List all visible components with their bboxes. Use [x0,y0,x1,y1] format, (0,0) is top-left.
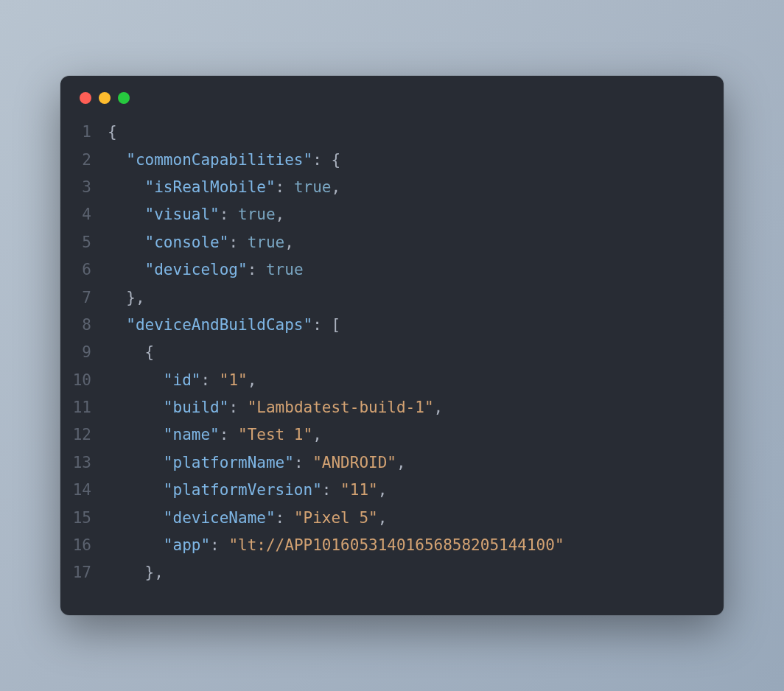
code-token [108,536,164,554]
code-token: : [276,509,294,527]
line-number: 12 [60,421,108,449]
line-content: "name": "Test 1", [108,421,322,449]
window-titlebar [60,76,724,111]
code-token: }, [108,564,164,581]
code-token [108,316,126,334]
code-token: "11" [340,481,378,499]
code-token [108,454,164,471]
code-line: 11 "build": "Lambdatest-build-1", [60,394,703,421]
code-token: "Pixel 5" [294,509,378,527]
code-token: , [378,481,388,499]
code-token: , [248,371,257,389]
code-token: "Lambdatest-build-1" [248,399,434,416]
code-line: 10 "id": "1", [60,367,703,394]
code-line: 2 "commonCapabilities": { [60,147,703,174]
code-token: "console" [145,234,229,251]
line-content: { [108,339,154,366]
code-line: 4 "visual": true, [60,201,703,228]
code-token: : [228,234,247,251]
line-number: 1 [60,119,108,146]
line-content: "app": "lt://APP101605314016568582051441… [108,532,564,559]
code-token [108,399,164,416]
line-number: 14 [60,477,108,504]
close-icon[interactable] [80,92,91,104]
code-token: : [228,399,247,416]
code-token: "id" [164,371,201,389]
line-number: 13 [60,449,108,477]
line-content: }, [108,284,145,312]
code-token [108,206,145,223]
code-line: 8 "deviceAndBuildCaps": [ [60,312,703,339]
line-number: 10 [60,367,108,394]
code-token: true [266,261,304,278]
code-token [108,178,145,196]
code-line: 3 "isRealMobile": true, [60,174,703,201]
code-line: 7 }, [60,284,703,312]
code-token: : [200,371,219,389]
code-line: 5 "console": true, [60,229,703,256]
code-token: "platformName" [164,454,294,471]
maximize-icon[interactable] [118,92,130,104]
line-content: }, [108,559,164,586]
line-content: "platformName": "ANDROID", [108,449,406,477]
code-token [108,234,145,251]
line-content: "build": "Lambdatest-build-1", [108,394,443,421]
code-token [108,151,126,169]
line-number: 6 [60,256,108,284]
code-token: , [378,509,388,527]
line-number: 4 [60,201,108,228]
code-token: true [248,234,285,251]
code-line: 6 "devicelog": true [60,256,703,284]
code-token: "lt://APP10160531401656858205144100" [228,536,564,554]
code-token: "commonCapabilities" [126,151,312,169]
line-number: 9 [60,339,108,366]
code-token: "app" [164,536,210,554]
line-content: "deviceAndBuildCaps": [ [108,312,340,339]
code-line: 13 "platformName": "ANDROID", [60,449,703,477]
code-token: , [331,178,340,196]
code-window: 1{2 "commonCapabilities": {3 "isRealMobi… [60,76,724,614]
line-number: 17 [60,559,108,586]
code-token: "deviceName" [164,509,276,527]
line-number: 3 [60,174,108,201]
line-number: 8 [60,312,108,339]
code-token: { [108,343,154,361]
code-token: : [248,261,266,278]
code-token: : [220,426,238,443]
code-token: { [108,123,117,141]
line-content: "visual": true, [108,201,284,228]
code-token: , [396,454,406,471]
code-token: : [276,178,294,196]
code-token: "1" [220,371,248,389]
code-line: 9 { [60,339,703,366]
code-line: 16 "app": "lt://APP101605314016568582051… [60,532,703,559]
code-editor[interactable]: 1{2 "commonCapabilities": {3 "isRealMobi… [60,111,724,594]
code-token: "build" [164,399,229,416]
line-number: 2 [60,147,108,174]
code-line: 12 "name": "Test 1", [60,421,703,449]
line-content: "isRealMobile": true, [108,174,340,201]
code-token: : [322,481,340,499]
code-token: : [210,536,228,554]
line-content: "deviceName": "Pixel 5", [108,505,387,532]
code-line: 17 }, [60,559,703,586]
code-token: "name" [164,426,220,443]
code-token: true [238,206,276,223]
code-token: "isRealMobile" [145,178,276,196]
line-number: 16 [60,532,108,559]
code-token: true [294,178,332,196]
code-token: , [284,234,294,251]
line-number: 15 [60,505,108,532]
line-content: "id": "1", [108,367,256,394]
code-token: "visual" [145,206,220,223]
line-content: "commonCapabilities": { [108,147,340,174]
line-content: "devicelog": true [108,256,304,284]
code-token: , [434,399,444,416]
code-token: : [294,454,312,471]
minimize-icon[interactable] [99,92,111,104]
code-token: }, [108,289,145,306]
line-number: 7 [60,284,108,312]
line-number: 5 [60,229,108,256]
line-content: "platformVersion": "11", [108,477,387,504]
line-content: "console": true, [108,229,294,256]
